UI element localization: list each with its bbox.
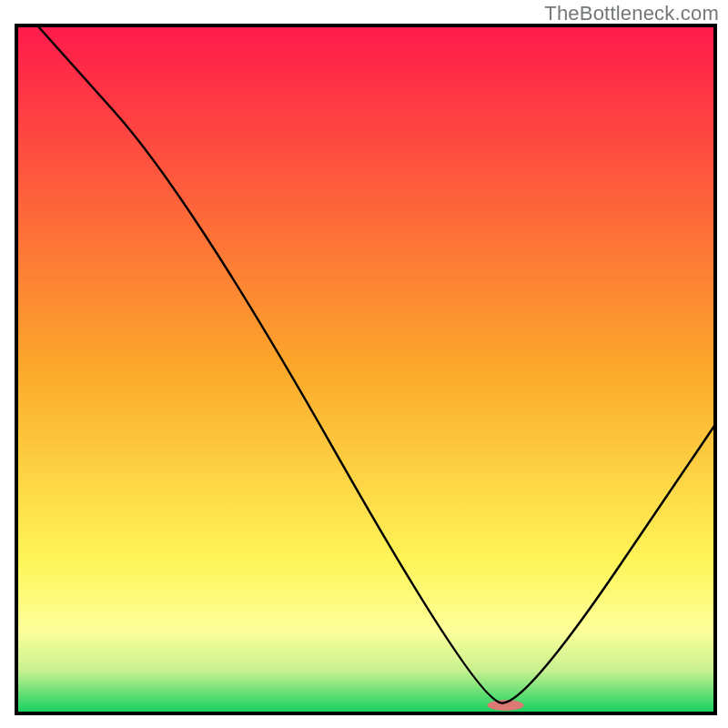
svg-point-1 (488, 700, 524, 711)
chart-container: TheBottleneck.com (0, 0, 728, 728)
svg-rect-0 (18, 27, 713, 712)
bottleneck-chart (0, 0, 728, 728)
watermark-text: TheBottleneck.com (544, 2, 719, 25)
